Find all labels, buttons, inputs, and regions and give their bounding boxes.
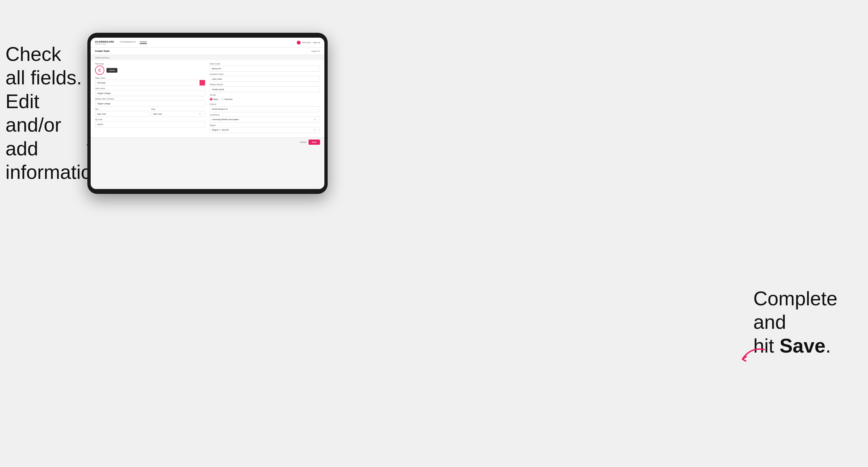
- region-clear-icon[interactable]: ✕: [314, 129, 316, 131]
- upload-button[interactable]: Upload: [106, 68, 117, 73]
- color-swatch[interactable]: [199, 80, 205, 86]
- brand-name: SCOREBOARD: [95, 40, 114, 43]
- zip-group: Zip code: [95, 119, 205, 127]
- conference-clear-icon[interactable]: ✕: [314, 118, 316, 121]
- annotation-right-line1: Complete and: [753, 287, 837, 333]
- head-coach-group: Head Coach: [210, 63, 320, 71]
- city-group: City: [95, 108, 149, 117]
- form-header: Create Team Cancel ✕: [91, 48, 324, 55]
- team-name-group: Team name: [95, 87, 205, 96]
- footer-save-button[interactable]: Save: [309, 139, 320, 145]
- tablet-frame: SCOREBOARD Powered by clippd TOURNAMENTS…: [87, 33, 328, 194]
- division-group: Division NCAA Division III ⌄: [210, 103, 320, 112]
- user-label: Test User |: [302, 41, 311, 43]
- state-select[interactable]: New York: [151, 111, 205, 117]
- gender-womens-radio[interactable]: Womens: [221, 98, 232, 100]
- conference-group: Conference University Athletic Associati…: [210, 114, 320, 123]
- assistant-coach-input[interactable]: [210, 76, 320, 82]
- womens-label: Womens: [224, 98, 232, 100]
- annotation-save-word: Save: [779, 335, 826, 357]
- athletic-director-label: Athletic Director: [210, 84, 320, 86]
- form-title: Create Team: [95, 50, 110, 53]
- region-select-wrapper: Region II - (M) DIII ✕ ⌄: [210, 127, 320, 133]
- cancel-header-label: Cancel: [311, 50, 317, 52]
- region-group: Region Region II - (M) DIII ✕ ⌄: [210, 124, 320, 133]
- womens-radio-dot[interactable]: [221, 98, 224, 100]
- assistant-coach-label: Assistant Coach: [210, 73, 320, 75]
- user-avatar: [297, 41, 301, 44]
- brand-sub: Powered by clippd: [95, 43, 114, 45]
- athletic-director-input[interactable]: [210, 86, 320, 92]
- navbar: SCOREBOARD Powered by clippd TOURNAMENTS…: [91, 38, 324, 48]
- arrow-right-icon: [734, 344, 767, 366]
- sign-out-link[interactable]: Sign out: [313, 41, 320, 43]
- team-logo-label: Team logo: [95, 63, 205, 65]
- head-coach-input[interactable]: [210, 66, 320, 71]
- logo-area: C Upload: [95, 66, 205, 75]
- section-label: TEAM DETAILS: [91, 55, 324, 60]
- gender-mens-radio[interactable]: Mens: [210, 98, 218, 100]
- state-select-wrapper: New York ✕ ⌄: [151, 111, 205, 117]
- city-state-section: City State New York ✕: [95, 108, 205, 117]
- brand: SCOREBOARD Powered by clippd: [95, 40, 114, 45]
- mens-radio-dot[interactable]: [210, 98, 212, 100]
- tablet-screen: SCOREBOARD Powered by clippd TOURNAMENTS…: [91, 38, 324, 189]
- team-name-label: Team name: [95, 87, 205, 89]
- assistant-coach-group: Assistant Coach: [210, 73, 320, 82]
- logo-letter: C: [98, 68, 101, 72]
- team-name-input[interactable]: [95, 90, 205, 96]
- conference-select[interactable]: University Athletic Association: [210, 117, 320, 123]
- state-label: State: [151, 108, 205, 110]
- city-state-row: City State New York ✕: [95, 108, 205, 117]
- zip-input[interactable]: [95, 121, 205, 127]
- team-logo-group: Team logo C Upload: [95, 63, 205, 77]
- state-group: State New York ✕ ⌄: [151, 108, 205, 117]
- form-footer: Cancel Save: [91, 137, 324, 147]
- display-name-group: Display name (unique): [95, 98, 205, 106]
- division-select-wrapper: NCAA Division III ⌄: [210, 106, 320, 112]
- form-body: Team logo C Upload Team colour: [91, 60, 324, 137]
- region-label: Region: [210, 124, 320, 126]
- zip-label: Zip code: [95, 119, 205, 120]
- nav-links: TOURNAMENTS TEAMS: [120, 41, 297, 44]
- team-logo-circle: C: [95, 66, 104, 75]
- head-coach-label: Head Coach: [210, 63, 320, 65]
- state-clear-icon[interactable]: ✕: [199, 113, 201, 115]
- gender-group: Gender Mens Womens: [210, 94, 320, 102]
- division-label: Division: [210, 103, 320, 105]
- city-label: City: [95, 108, 149, 110]
- conference-label: Conference: [210, 114, 320, 116]
- cancel-header-btn[interactable]: Cancel ✕: [311, 50, 320, 53]
- athletic-director-group: Athletic Director: [210, 84, 320, 92]
- division-select[interactable]: NCAA Division III: [210, 106, 320, 112]
- display-name-input[interactable]: [95, 100, 205, 106]
- gender-label: Gender: [210, 94, 320, 96]
- team-colour-label: Team colour: [95, 77, 205, 79]
- left-column: Team logo C Upload Team colour: [95, 63, 205, 133]
- form-grid: Team logo C Upload Team colour: [95, 63, 320, 133]
- annotation-right: Complete and hit Save.: [753, 287, 857, 357]
- content-area: Create Team Cancel ✕ TEAM DETAILS Team l…: [91, 48, 324, 189]
- color-input-row: [95, 80, 205, 86]
- gender-radio-group: Mens Womens: [210, 97, 320, 102]
- footer-cancel-button[interactable]: Cancel: [300, 141, 306, 144]
- region-select[interactable]: Region II - (M) DIII: [210, 127, 320, 133]
- close-icon: ✕: [318, 50, 320, 53]
- right-column: Head Coach Assistant Coach Athletic Dire…: [210, 63, 320, 133]
- city-input[interactable]: [95, 111, 149, 117]
- team-colour-input[interactable]: [95, 80, 199, 86]
- display-name-label: Display name (unique): [95, 98, 205, 100]
- mens-label: Mens: [213, 98, 218, 100]
- annotation-line1: Check all fields.: [5, 43, 82, 89]
- nav-teams[interactable]: TEAMS: [140, 41, 147, 44]
- nav-right: Test User | Sign out: [297, 41, 320, 44]
- annotation-line2: Edit and/or add: [5, 90, 61, 159]
- annotation-left: Check all fields. Edit and/or add inform…: [5, 42, 85, 184]
- nav-tournaments[interactable]: TOURNAMENTS: [120, 41, 136, 44]
- team-colour-group: Team colour: [95, 77, 205, 86]
- conference-select-wrapper: University Athletic Association ✕ ⌄: [210, 117, 320, 123]
